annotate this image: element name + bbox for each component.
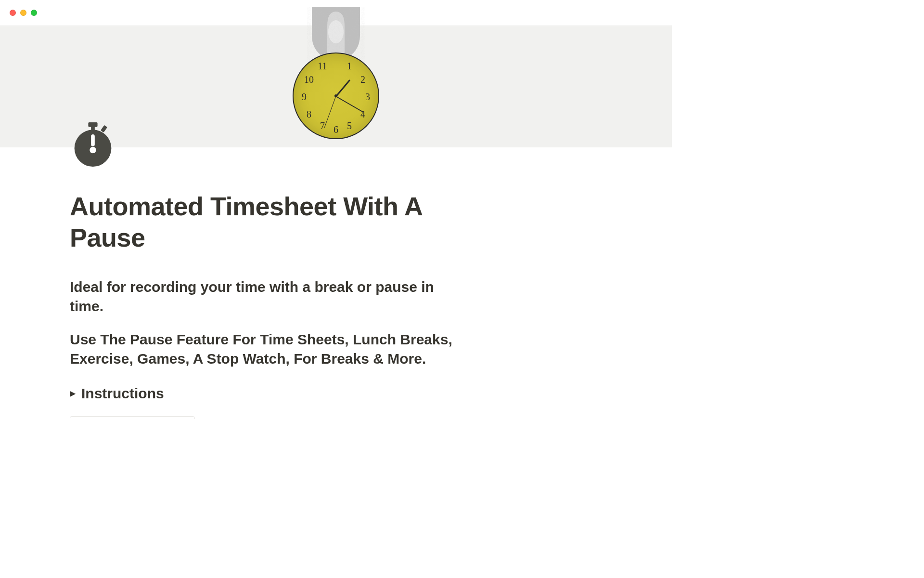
bottom-row: ▶ Started (70, 416, 460, 419)
page-icon[interactable] (70, 121, 116, 168)
clock-number: 6 (330, 124, 342, 135)
database-tabs: ▶ Started (214, 416, 258, 419)
clock-number: 8 (303, 108, 315, 120)
svg-rect-5 (91, 134, 95, 146)
svg-point-6 (90, 147, 96, 153)
svg-rect-3 (101, 125, 107, 132)
callout-card[interactable] (70, 416, 195, 419)
clock-number: 1 (344, 60, 355, 72)
page-description: Use The Pause Feature For Time Sheets, L… (70, 330, 460, 369)
clock-number: 9 (298, 91, 310, 103)
clock-number: 2 (357, 74, 369, 85)
clock-number: 3 (362, 91, 373, 103)
clock-face: 1 2 3 4 5 6 7 8 9 10 11 (293, 53, 379, 139)
chevron-right-icon: ▶ (70, 389, 76, 398)
window-minimize-button[interactable] (20, 10, 26, 16)
instructions-toggle[interactable]: ▶ Instructions (70, 385, 460, 402)
page-title: Automated Timesheet With A Pause (70, 191, 460, 253)
page-subtitle: Ideal for recording your time with a bre… (70, 277, 460, 316)
clock-number: 11 (317, 60, 328, 72)
window-close-button[interactable] (10, 10, 16, 16)
stopwatch-icon (70, 121, 116, 168)
cover-image: 1 2 3 4 5 6 7 8 9 10 11 (0, 26, 672, 147)
clock-second-hand (324, 96, 336, 128)
window-zoom-button[interactable] (31, 10, 37, 16)
clock-center (334, 94, 337, 97)
clock-hour-hand (335, 79, 350, 97)
cover-illustration: 1 2 3 4 5 6 7 8 9 10 11 (281, 26, 391, 166)
instructions-toggle-label: Instructions (81, 385, 164, 402)
svg-point-0 (328, 20, 344, 43)
clock-minute-hand (336, 96, 363, 112)
page-content: Automated Timesheet With A Pause Ideal f… (0, 147, 529, 419)
clock-number: 10 (303, 74, 315, 85)
clock-number: 5 (344, 120, 355, 131)
